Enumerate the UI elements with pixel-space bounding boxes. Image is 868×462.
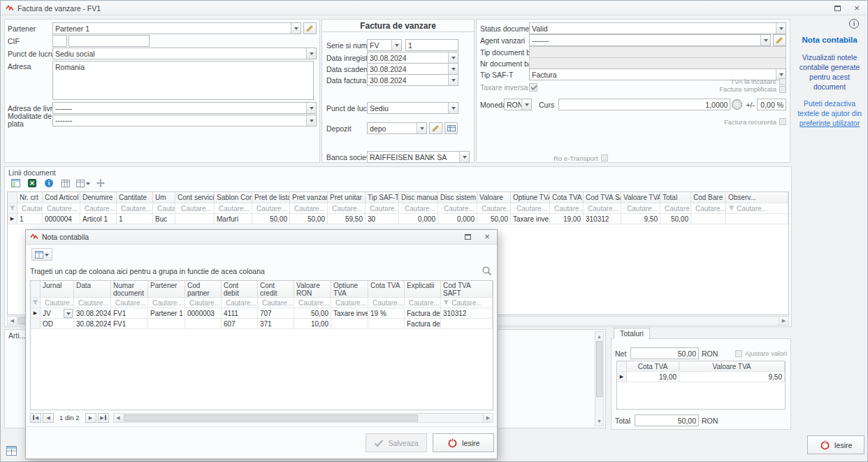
cell-1-0[interactable]: OD xyxy=(41,319,74,329)
adresa-textarea[interactable]: Romania xyxy=(52,61,314,100)
filter-cell-2[interactable]: Cautare... xyxy=(80,203,117,213)
column-header-16[interactable]: Cod TVA SA... xyxy=(584,192,621,203)
cell-0-3[interactable]: 1 xyxy=(117,214,153,224)
filter-cell-13[interactable]: Cautare... xyxy=(477,203,511,213)
scroll-thumb[interactable] xyxy=(124,414,418,421)
column-header-5[interactable]: Cont debit xyxy=(222,281,258,297)
partener-combo[interactable]: Partener 1 xyxy=(52,22,301,34)
grid-row-1[interactable]: OD30.08.2024FV160737110,00Factura de ... xyxy=(31,319,493,329)
cell-1-11[interactable] xyxy=(441,319,493,329)
tva-grid[interactable]: Cota TVAValoare TVA▶19,009,50 xyxy=(616,361,786,410)
column-header-10[interactable]: Tip SAF-T xyxy=(366,192,399,203)
nota-contabila-grid[interactable]: JurnalDataNumar documentPartenerCod part… xyxy=(30,280,493,410)
cell-0-18[interactable]: 50,00 xyxy=(660,214,691,224)
chevron-down-icon[interactable] xyxy=(521,99,531,110)
filter-cell-1[interactable]: Cautare... xyxy=(43,203,80,213)
filter-cell-9[interactable]: Cautare... xyxy=(328,203,366,213)
cell-1-7[interactable]: 10,00 xyxy=(294,319,331,329)
help-title[interactable]: Nota contabila xyxy=(792,36,867,44)
cell-1-5[interactable]: 607 xyxy=(222,319,258,329)
filter-cell-16[interactable]: Cautare... xyxy=(584,203,621,213)
column-header-1[interactable]: Cod Articol xyxy=(43,192,80,203)
agent-edit-button[interactable] xyxy=(773,34,786,46)
chevron-down-icon[interactable] xyxy=(306,115,316,126)
ro-etransport-checkbox[interactable] xyxy=(601,154,608,161)
salveaza-button[interactable]: Salveaza xyxy=(366,433,427,452)
column-header-7[interactable]: Valoare RON xyxy=(294,281,331,297)
chevron-down-icon[interactable] xyxy=(776,23,786,34)
export-excel-icon[interactable] xyxy=(26,177,38,189)
cell-0-0[interactable]: 19,00 xyxy=(627,372,679,382)
cell-0-4[interactable]: 0000003 xyxy=(185,308,222,318)
filter-cell-7[interactable]: Cautare... xyxy=(294,298,331,308)
column-header-0[interactable]: Cota TVA xyxy=(627,361,679,371)
agent-combo[interactable]: ------- xyxy=(529,34,771,46)
next-record-icon[interactable]: ▶ xyxy=(85,413,96,423)
serie-combo[interactable]: FV xyxy=(367,39,402,51)
cell-0-13[interactable]: 50,00 xyxy=(477,214,511,224)
column-header-1[interactable]: Data xyxy=(74,281,111,297)
column-header-3[interactable]: Cantitate xyxy=(117,192,153,203)
grid-row-0[interactable]: ▶JV30.08.2024FV1Partener 100000034111707… xyxy=(31,308,493,319)
column-header-13[interactable]: Valoare xyxy=(477,192,511,203)
column-header-5[interactable]: Cont servicii xyxy=(175,192,215,203)
dialog-hscrollbar[interactable]: ◀ ▶ xyxy=(113,413,493,423)
column-header-3[interactable]: Partener xyxy=(148,281,185,297)
data-inregistrare-picker[interactable]: 30.08.2024 xyxy=(367,52,458,64)
ajustare-valori-checkbox[interactable] xyxy=(735,350,742,357)
cell-0-3[interactable]: Partener 1 xyxy=(148,308,185,318)
dialog-iesire-button[interactable]: Iesire xyxy=(433,433,494,452)
cell-0-6[interactable]: 707 xyxy=(258,308,294,318)
column-header-10[interactable]: Explicatii xyxy=(405,281,441,297)
data-factura-picker[interactable]: 30.08.2024 xyxy=(367,74,458,86)
close-icon[interactable]: × xyxy=(851,3,862,13)
chevron-down-icon[interactable] xyxy=(306,48,316,59)
status-document-combo[interactable]: Valid xyxy=(529,22,786,34)
scroll-up-icon[interactable]: ▲ xyxy=(595,332,603,341)
fit-columns-icon[interactable] xyxy=(94,177,107,189)
grid-row-0[interactable]: ▶19,009,50 xyxy=(617,372,785,382)
cell-0-0[interactable]: 1 xyxy=(17,214,43,224)
articole-vscrollbar[interactable]: ▲ ▼ xyxy=(595,331,604,426)
cell-1-8[interactable] xyxy=(331,319,368,329)
grid-views-dropdown[interactable] xyxy=(76,177,90,189)
scroll-left-icon[interactable]: ◀ xyxy=(114,414,124,422)
column-header-7[interactable]: Pret de lista xyxy=(252,192,290,203)
cell-0-14[interactable]: Taxare inve... xyxy=(511,214,550,224)
cell-0-10[interactable]: 30 xyxy=(366,214,399,224)
search-icon[interactable] xyxy=(482,266,492,277)
column-header-11[interactable]: Cod TVA SAFT xyxy=(441,281,493,297)
filter-cell-11[interactable]: Cautare... xyxy=(399,203,438,213)
column-header-0[interactable]: Nr. crt xyxy=(17,192,43,203)
cell-0-9[interactable]: 59,50 xyxy=(328,214,366,224)
column-header-2[interactable]: Denumire xyxy=(80,192,117,203)
filter-cell-3[interactable]: Cautare... xyxy=(148,298,185,308)
grid-views-dropdown[interactable] xyxy=(31,248,52,261)
cell-1-9[interactable] xyxy=(368,319,405,329)
cell-0-9[interactable]: 19 % xyxy=(368,308,405,318)
curs-input[interactable]: 1,0000 xyxy=(558,99,730,110)
filter-cell-8[interactable]: Cautare... xyxy=(290,203,328,213)
depozit-edit-button[interactable] xyxy=(429,122,442,134)
cell-dropdown-icon[interactable] xyxy=(64,309,73,318)
maximize-icon[interactable] xyxy=(462,232,473,242)
cell-0-8[interactable]: Taxare inve... xyxy=(331,308,368,318)
cell-0-10[interactable]: Factura de ... xyxy=(405,308,441,318)
column-header-9[interactable]: Pret unitar ... xyxy=(328,192,366,203)
chevron-down-icon[interactable] xyxy=(448,103,458,113)
group-by-panel[interactable]: Trageti un cap de coloana aici pentru a … xyxy=(30,264,492,279)
cell-0-1[interactable]: 9,50 xyxy=(679,372,785,382)
filter-cell-11[interactable]: Cautare... xyxy=(441,298,493,308)
filter-cell-5[interactable]: Cautare... xyxy=(222,298,258,308)
filter-cell-9[interactable]: Cautare... xyxy=(368,298,405,308)
cell-0-19[interactable] xyxy=(691,214,726,224)
cell-0-5[interactable] xyxy=(175,214,215,224)
column-header-11[interactable]: Disc manual... xyxy=(399,192,438,203)
column-header-4[interactable]: Um xyxy=(153,192,175,203)
iesire-button[interactable]: Iesire xyxy=(807,435,865,454)
data-scadenta-picker[interactable]: 30.08.2024 xyxy=(367,63,458,75)
column-header-6[interactable]: Cont credit xyxy=(258,281,294,297)
cell-1-10[interactable]: Factura de ... xyxy=(405,319,441,329)
cell-0-2[interactable]: Articol 1 xyxy=(80,214,117,224)
filter-cell-1[interactable]: Cautare... xyxy=(74,298,111,308)
